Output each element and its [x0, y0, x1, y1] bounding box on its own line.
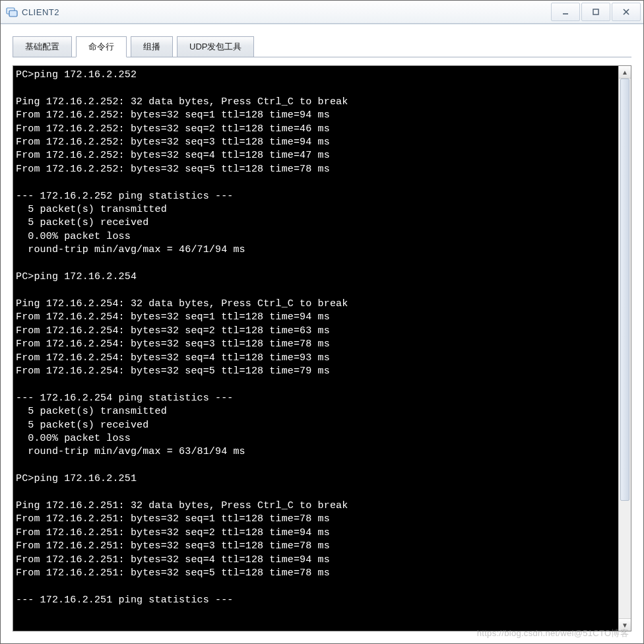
terminal-panel: PC>ping 172.16.2.252 Ping 172.16.2.252: … [13, 65, 631, 631]
close-button[interactable] [612, 3, 641, 21]
svg-rect-1 [9, 11, 17, 16]
terminal-output[interactable]: PC>ping 172.16.2.252 Ping 172.16.2.252: … [13, 66, 618, 631]
tab-udp-tool[interactable]: UDP发包工具 [177, 36, 254, 57]
tab-label: 命令行 [88, 41, 114, 53]
scroll-down-arrow-icon[interactable]: ▼ [619, 618, 631, 631]
tab-label: 基础配置 [25, 41, 59, 53]
window-controls [550, 3, 641, 21]
tab-label: 组播 [143, 41, 160, 53]
tabs-row: 基础配置 命令行 组播 UDP发包工具 [13, 36, 631, 57]
scroll-up-arrow-icon[interactable]: ▲ [619, 66, 631, 79]
outer-border: CLIENT2 基础配置 命令行 组播 UDP发包工具 [0, 0, 644, 644]
tab-multicast[interactable]: 组播 [131, 36, 173, 57]
titlebar: CLIENT2 [1, 1, 643, 24]
vertical-scrollbar[interactable]: ▲ ▼ [618, 66, 631, 631]
tab-label: UDP发包工具 [189, 41, 242, 53]
client-area: 基础配置 命令行 组播 UDP发包工具 PC>ping 172.16.2.252… [1, 24, 643, 643]
tab-basic-config[interactable]: 基础配置 [13, 36, 72, 57]
minimize-button[interactable] [551, 3, 580, 21]
scroll-thumb[interactable] [620, 79, 629, 501]
maximize-button[interactable] [581, 3, 610, 21]
tab-command-line[interactable]: 命令行 [76, 36, 127, 57]
window-title: CLIENT2 [22, 7, 550, 17]
scroll-track[interactable] [619, 79, 631, 618]
app-icon [6, 6, 18, 18]
app-window: CLIENT2 基础配置 命令行 组播 UDP发包工具 [1, 1, 643, 643]
svg-rect-3 [593, 9, 598, 15]
